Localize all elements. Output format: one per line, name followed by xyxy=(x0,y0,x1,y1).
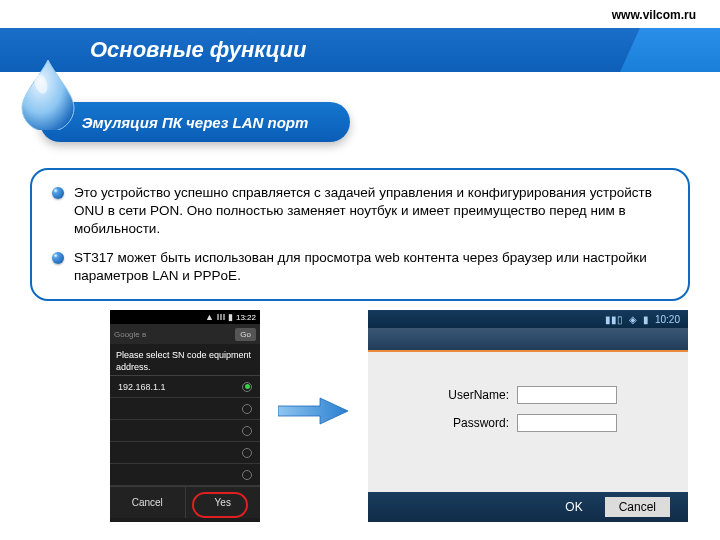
bullet-item: ST317 может быть использован для просмот… xyxy=(52,249,668,285)
radio-icon[interactable] xyxy=(242,470,252,480)
search-hint: Google в xyxy=(114,330,231,339)
phone-status-bar: ▲ ▮ 13:22 xyxy=(110,310,260,324)
phone-dialog-buttons: Cancel Yes xyxy=(110,486,260,518)
username-input[interactable] xyxy=(517,386,617,404)
list-item[interactable] xyxy=(110,464,260,486)
bullet-item: Это устройство успешно справляется с зад… xyxy=(52,184,668,239)
battery-icon: ▮ xyxy=(228,312,233,322)
login-form: UserName: Password: xyxy=(368,352,688,492)
wifi-icon: ◈ xyxy=(629,314,637,325)
tablet-time: 10:20 xyxy=(655,314,680,325)
go-button[interactable]: Go xyxy=(235,328,256,341)
radio-icon[interactable] xyxy=(242,448,252,458)
signal-icon xyxy=(217,314,225,320)
bullet-icon xyxy=(52,252,64,264)
signal-icon: ▮▮▯ xyxy=(605,314,623,325)
radio-icon[interactable] xyxy=(242,404,252,414)
phone-address-list: 192.168.1.1 xyxy=(110,375,260,486)
radio-selected-icon[interactable] xyxy=(242,382,252,392)
password-input[interactable] xyxy=(517,414,617,432)
cancel-button[interactable]: Cancel xyxy=(110,487,186,518)
tablet-screenshot: ▮▮▯ ◈ ▮ 10:20 UserName: Password: OK Can… xyxy=(368,310,688,522)
list-item[interactable]: 192.168.1.1 xyxy=(110,376,260,398)
phone-time: 13:22 xyxy=(236,313,256,322)
radio-icon[interactable] xyxy=(242,426,252,436)
subtitle-text: Эмуляция ПК через LAN порт xyxy=(82,114,309,131)
username-label: UserName: xyxy=(439,388,509,402)
ok-button[interactable]: OK xyxy=(561,498,586,516)
title-bar: Основные функции xyxy=(0,28,720,72)
popup-title: Please select SN code equipment address. xyxy=(110,344,260,375)
tablet-header-band xyxy=(368,328,688,352)
bullet-icon xyxy=(52,187,64,199)
list-item[interactable] xyxy=(110,398,260,420)
ip-address: 192.168.1.1 xyxy=(118,382,166,392)
list-item[interactable] xyxy=(110,420,260,442)
svg-marker-1 xyxy=(278,398,348,424)
page-title: Основные функции xyxy=(90,37,306,63)
droplet-icon xyxy=(20,58,76,134)
bullet-text: ST317 может быть использован для просмот… xyxy=(74,249,668,285)
yes-button[interactable]: Yes xyxy=(186,487,261,518)
cancel-button[interactable]: Cancel xyxy=(605,497,670,517)
arrow-icon xyxy=(278,396,348,426)
tablet-footer: OK Cancel xyxy=(368,492,688,522)
phone-search-bar: Google в Go xyxy=(110,324,260,344)
site-url: www.vilcom.ru xyxy=(612,8,696,22)
wifi-icon: ▲ xyxy=(205,312,214,322)
bullet-text: Это устройство успешно справляется с зад… xyxy=(74,184,668,239)
password-label: Password: xyxy=(439,416,509,430)
subtitle-pill: Эмуляция ПК через LAN порт xyxy=(40,102,350,142)
title-bar-accent xyxy=(620,28,720,72)
info-box: Это устройство успешно справляется с зад… xyxy=(30,168,690,301)
phone-screenshot: ▲ ▮ 13:22 Google в Go Please select SN c… xyxy=(110,310,260,522)
tablet-status-bar: ▮▮▯ ◈ ▮ 10:20 xyxy=(368,310,688,328)
list-item[interactable] xyxy=(110,442,260,464)
battery-icon: ▮ xyxy=(643,314,649,325)
